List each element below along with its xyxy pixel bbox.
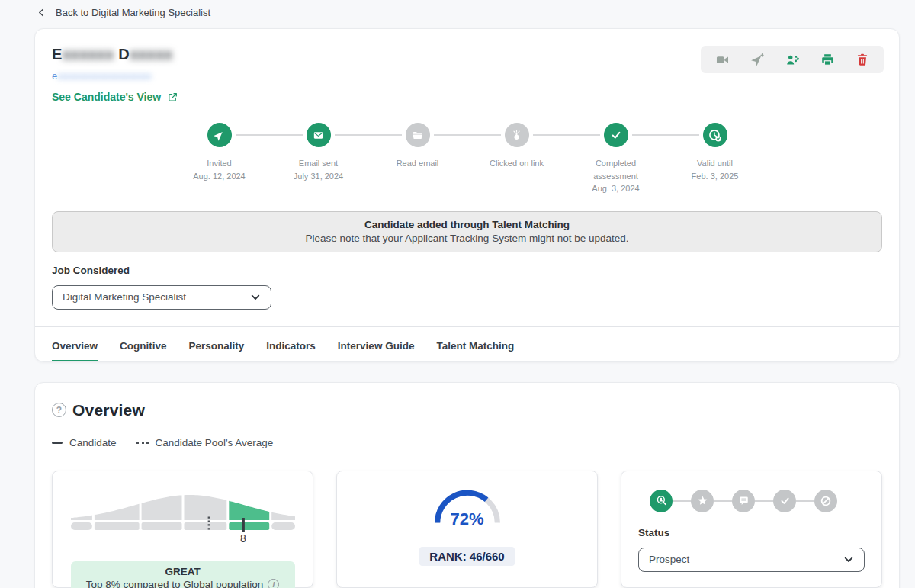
legend-label: Candidate: [69, 437, 117, 448]
timeline-step-label: Email sent: [299, 159, 338, 168]
candidate-name: Exxxxxx Dxxxxx: [52, 46, 178, 63]
status-label: Status: [638, 527, 865, 538]
star-icon: [691, 490, 714, 512]
blocked-icon: [814, 490, 837, 512]
stepper-connector: [755, 500, 773, 502]
chart-legend: Candidate Candidate Pool's Average: [52, 437, 882, 448]
person-share-icon[interactable]: [785, 53, 800, 67]
paper-plane-icon: [207, 123, 232, 147]
stepper-connector: [714, 500, 732, 502]
status-value: Prospect: [649, 554, 689, 565]
legend-label: Candidate Pool's Average: [156, 437, 274, 448]
rank-badge: RANK: 46/660: [419, 547, 514, 566]
click-icon: [505, 123, 529, 147]
see-candidates-view-link[interactable]: See Candidate's View: [52, 91, 178, 103]
score-distribution-card: 8 GREAT Top 8% compared to Global popula…: [52, 471, 313, 588]
score-distribution-chart: [71, 485, 295, 532]
job-considered-value: Digital Marketing Specialist: [63, 291, 186, 303]
check-icon: [604, 123, 628, 147]
notice-body: Please note that your Applicant Tracking…: [60, 233, 874, 244]
timeline-step-label: Read email: [396, 159, 439, 168]
legend-candidate: Candidate: [52, 437, 117, 448]
job-considered-block: Job Considered Digital Marketing Special…: [35, 252, 899, 310]
see-candidates-view-label: See Candidate's View: [52, 91, 161, 103]
candidate-timeline: InvitedAug. 12, 2024 Email sentJuly 31, …: [35, 123, 899, 195]
job-considered-label: Job Considered: [52, 265, 882, 276]
timeline-step-date: Aug. 3, 2024: [592, 184, 639, 193]
tab-talent-matching[interactable]: Talent Matching: [436, 327, 514, 361]
notice-title: Candidate added through Talent Matching: [60, 219, 874, 230]
question-circle-icon[interactable]: ?: [52, 403, 66, 417]
clock-check-icon: [703, 123, 727, 147]
timeline-step-date: July 31, 2024: [294, 172, 343, 181]
stepper-connector: [796, 500, 814, 502]
name-initial: E: [52, 46, 63, 63]
check-icon: [773, 490, 796, 512]
rank-percent-value: 72%: [450, 509, 483, 529]
folder-open-icon: [406, 123, 430, 147]
chevron-down-icon: [843, 554, 855, 566]
talent-matching-notice: Candidate added through Talent Matching …: [52, 211, 882, 252]
back-link-label[interactable]: Back to Digital Marketing Specialist: [56, 7, 210, 18]
tab-personality[interactable]: Personality: [189, 327, 245, 361]
tab-cognitive[interactable]: Cognitive: [120, 327, 167, 361]
chevron-left-icon[interactable]: [37, 8, 47, 18]
name-initial: D: [118, 46, 130, 63]
printer-icon[interactable]: [820, 53, 835, 67]
tab-interview-guide[interactable]: Interview Guide: [338, 327, 415, 361]
tab-bar: Overview Cognitive Personality Indicator…: [35, 327, 899, 361]
send-plus-icon[interactable]: [750, 53, 765, 67]
score-rating-description: Top 8% compared to Global population: [86, 579, 264, 588]
name-masked: xxxxxx: [63, 46, 114, 63]
candidate-identity: Exxxxxx Dxxxxx exxxxxxxxxxxxxxxxxxx See …: [52, 46, 178, 103]
prospect-search-icon: [650, 490, 673, 512]
candidate-email: exxxxxxxxxxxxxxxxxxx: [52, 70, 178, 82]
timeline-step-label: Clicked on link: [490, 159, 544, 168]
tab-indicators[interactable]: Indicators: [266, 327, 316, 361]
video-camera-icon[interactable]: [715, 53, 730, 67]
stepper-connector: [673, 500, 691, 502]
candidate-header-card: Exxxxxx Dxxxxx exxxxxxxxxxxxxxxxxxx See …: [34, 28, 900, 362]
chat-icon: [732, 490, 755, 512]
timeline-step-label: Invited: [207, 159, 231, 168]
candidate-score-value: 8: [240, 532, 246, 545]
external-link-icon: [167, 92, 178, 103]
timeline-step-date: Feb. 3, 2025: [692, 172, 739, 181]
rank-gauge-card: 72% RANK: 46/660: [336, 471, 598, 588]
timeline-step-date: Aug. 12, 2024: [193, 172, 246, 181]
breadcrumb[interactable]: Back to Digital Marketing Specialist: [0, 0, 915, 18]
candidate-actions-toolbar: [701, 46, 884, 73]
overview-section-card: ? Overview Candidate Candidate Pool's Av…: [34, 382, 900, 588]
name-masked: xxxxx: [130, 46, 173, 63]
timeline-step-label: Completed assessment: [593, 159, 638, 181]
trash-icon[interactable]: [856, 53, 869, 66]
status-stepper: [650, 490, 865, 512]
email-masked: xxxxxxxxxxxxxxxxxxx: [57, 70, 152, 82]
info-circle-icon[interactable]: i: [268, 579, 279, 588]
chevron-down-icon: [249, 291, 262, 304]
timeline-step-valid-until: Valid untilFeb. 3, 2025: [666, 123, 765, 195]
score-rating-pill: GREAT Top 8% compared to Global populati…: [71, 561, 295, 588]
job-considered-dropdown[interactable]: Digital Marketing Specialist: [52, 285, 271, 310]
score-rating-label: GREAT: [75, 566, 291, 577]
timeline-step-label: Valid until: [697, 159, 733, 168]
envelope-icon: [307, 123, 331, 147]
overview-title: Overview: [72, 401, 145, 419]
legend-pool-average: Candidate Pool's Average: [136, 437, 274, 448]
dotted-line-marker-icon: [136, 442, 149, 444]
status-card: Status Prospect: [621, 471, 882, 588]
solid-line-marker-icon: [52, 442, 63, 444]
status-dropdown[interactable]: Prospect: [638, 548, 865, 572]
tab-overview[interactable]: Overview: [52, 327, 98, 361]
